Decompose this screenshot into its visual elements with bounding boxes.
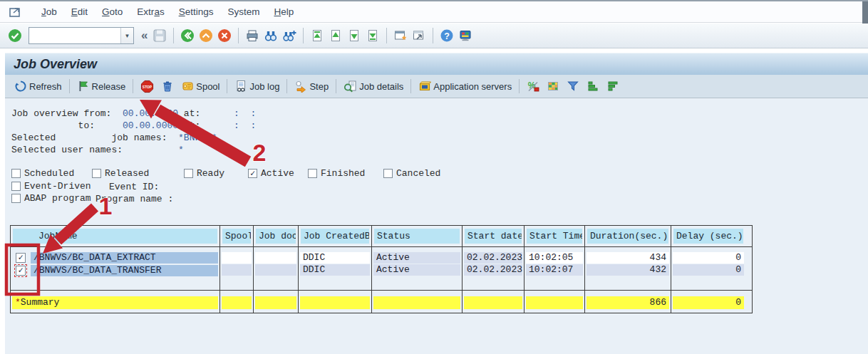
system-menu-icon[interactable] bbox=[9, 6, 24, 19]
step-button[interactable]: Step bbox=[291, 78, 332, 95]
up-icon[interactable] bbox=[197, 27, 215, 44]
last-page-icon[interactable] bbox=[364, 27, 381, 44]
summary-empty-cell bbox=[222, 296, 252, 309]
stop-icon: STOP bbox=[140, 80, 154, 93]
abap-program-checkbox[interactable] bbox=[11, 194, 21, 203]
help-icon[interactable]: ? bbox=[438, 27, 455, 44]
start-date-cell: 02.02.2023 bbox=[464, 252, 522, 264]
svg-text:?: ? bbox=[445, 31, 450, 41]
print-icon[interactable] bbox=[244, 27, 261, 44]
start-time-cell: 10:02:05 bbox=[526, 252, 583, 264]
page-down-icon[interactable] bbox=[346, 27, 363, 44]
enter-icon[interactable] bbox=[6, 27, 24, 44]
menu-extras[interactable]: Extras bbox=[130, 4, 171, 20]
new-session-icon[interactable] bbox=[392, 27, 409, 44]
canceled-checkbox[interactable] bbox=[383, 169, 393, 178]
released-checkbox[interactable] bbox=[92, 169, 101, 178]
filter-released: Released bbox=[92, 168, 149, 179]
table-header-row: JobName Spool Job doc Job CreatedB Statu… bbox=[11, 226, 752, 247]
refresh-button[interactable]: Refresh bbox=[11, 78, 66, 95]
shortcut-icon[interactable] bbox=[410, 27, 428, 44]
command-input[interactable] bbox=[29, 28, 120, 43]
col-header-jobdoc[interactable]: Job doc bbox=[256, 229, 296, 244]
event-driven-checkbox[interactable] bbox=[11, 182, 21, 191]
col-header-status[interactable]: Status bbox=[374, 229, 460, 244]
status-cell: Active bbox=[373, 264, 460, 276]
created-by-cell: DDIC bbox=[300, 264, 370, 276]
sort-descending-button[interactable] bbox=[603, 78, 623, 95]
summary-duration-cell: 866 bbox=[587, 296, 669, 309]
col-header-starttime[interactable]: Start Time bbox=[527, 229, 582, 244]
sort-ascending-button[interactable] bbox=[583, 78, 603, 95]
menu-job[interactable]: Job bbox=[34, 4, 64, 20]
delete-button[interactable] bbox=[157, 78, 177, 95]
job-doc-cell bbox=[255, 264, 296, 276]
row-select-checkbox[interactable] bbox=[16, 266, 26, 276]
job-table: JobName Spool Job doc Job CreatedB Statu… bbox=[10, 225, 753, 313]
col-header-createdby[interactable]: Job CreatedB bbox=[301, 229, 369, 244]
col-header-startdate[interactable]: Start date bbox=[465, 229, 522, 244]
stop-button[interactable]: STOP bbox=[137, 78, 157, 95]
table-view-button[interactable] bbox=[543, 78, 563, 95]
filter-icon bbox=[567, 80, 579, 93]
menu-system[interactable]: System bbox=[220, 4, 267, 20]
row-select-checkbox[interactable] bbox=[16, 253, 26, 263]
filter-button[interactable] bbox=[563, 78, 583, 95]
toolbar-separator bbox=[238, 28, 239, 43]
menu-edit[interactable]: Edit bbox=[64, 4, 95, 20]
menu-goto[interactable]: Goto bbox=[95, 4, 130, 20]
job-log-button[interactable]: Job log bbox=[231, 78, 283, 95]
command-dropdown-icon[interactable]: ▼ bbox=[120, 28, 133, 43]
table-row: /BNWVS/BC_DATA_EXTRACT bbox=[11, 251, 219, 264]
toolbar-separator bbox=[386, 28, 387, 43]
filter-event-driven: Event-Driven bbox=[11, 181, 91, 192]
finished-checkbox[interactable] bbox=[308, 169, 317, 178]
col-header-duration[interactable]: Duration(sec.) bbox=[587, 229, 668, 244]
duration-cell: 434 bbox=[587, 252, 669, 264]
filter-ready: Ready bbox=[184, 168, 224, 179]
sort-asc-icon bbox=[587, 80, 599, 93]
job-name-cell[interactable]: /BNWVS/BC_DATA_EXTRACT bbox=[31, 252, 218, 264]
toolbar-separator bbox=[173, 28, 174, 43]
scheduled-checkbox[interactable] bbox=[11, 169, 21, 178]
status-cell: Active bbox=[373, 252, 460, 264]
back-icon[interactable] bbox=[179, 27, 196, 44]
exit-icon[interactable] bbox=[216, 27, 233, 44]
standard-toolbar: ▼ « bbox=[0, 24, 868, 48]
application-servers-button[interactable]: Application servers bbox=[415, 78, 515, 95]
col-header-jobname[interactable]: JobName bbox=[13, 229, 217, 244]
summary-empty-cell bbox=[464, 296, 522, 309]
svg-text:STOP: STOP bbox=[143, 85, 153, 88]
page-up-icon[interactable] bbox=[327, 27, 344, 44]
job-name-cell[interactable]: /BNWVS/BC_DATA_TRANSFER bbox=[31, 265, 218, 276]
release-button[interactable]: Release bbox=[73, 78, 130, 95]
col-header-delay[interactable]: Delay (sec.) bbox=[673, 229, 743, 244]
summary-empty-cell bbox=[526, 296, 583, 309]
table-body: /BNWVS/BC_DATA_EXTRACT /BNWVS/BC_DATA_TR… bbox=[11, 247, 752, 290]
find-icon[interactable] bbox=[262, 27, 279, 44]
ready-checkbox[interactable] bbox=[184, 169, 193, 178]
filter-active: Active bbox=[248, 168, 294, 179]
sort-desc-icon bbox=[606, 80, 619, 93]
summary-label-cell: *Summary bbox=[12, 296, 218, 309]
save-icon[interactable] bbox=[151, 27, 168, 44]
menu-help[interactable]: Help bbox=[267, 4, 301, 20]
active-checkbox[interactable] bbox=[248, 169, 257, 178]
command-field: ▼ bbox=[29, 27, 134, 44]
delay-cell: 0 bbox=[673, 264, 744, 276]
customize-icon[interactable] bbox=[457, 27, 474, 44]
application-servers-icon bbox=[418, 80, 431, 93]
toolbar-separator bbox=[303, 28, 304, 43]
find-next-icon[interactable] bbox=[281, 27, 298, 44]
spool-button[interactable]: Spool bbox=[177, 78, 223, 95]
first-page-icon[interactable] bbox=[309, 27, 326, 44]
collapse-icon[interactable]: « bbox=[138, 28, 150, 43]
choose-button[interactable]: % bbox=[523, 78, 543, 95]
spool-icon bbox=[181, 80, 194, 93]
col-header-spool[interactable]: Spool bbox=[222, 229, 251, 244]
menu-settings[interactable]: Settings bbox=[172, 4, 221, 20]
spool-cell bbox=[222, 252, 252, 264]
job-details-button[interactable]: Job details bbox=[340, 78, 407, 95]
release-flag-icon bbox=[77, 80, 90, 93]
spool-cell bbox=[222, 264, 252, 276]
